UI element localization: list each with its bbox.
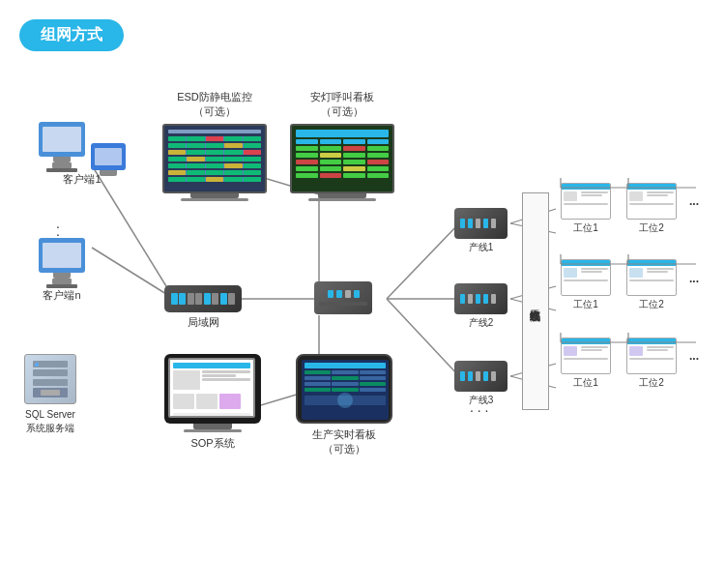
lan-label: 局域网: [164, 315, 242, 330]
sop-label: SOP系统: [164, 436, 261, 451]
switch-port: [195, 293, 202, 305]
ws-ellipsis3: ...: [689, 349, 699, 363]
andon-node: 安灯呼叫看板 （可选）: [290, 90, 394, 201]
prod-switch1: 产线1: [454, 208, 508, 254]
esd-node: ESD防静电监控 （可选）: [162, 90, 267, 201]
prod-switch2: 产线2: [454, 283, 508, 330]
switch-port: [228, 293, 235, 305]
lan-switch: 局域网: [164, 285, 242, 330]
clientn-monitor: [39, 238, 85, 288]
switch-port: [188, 293, 194, 305]
switch-port: [179, 293, 186, 305]
title-badge: 组网方式: [19, 19, 124, 51]
central-router: [314, 281, 372, 314]
diagram: 客户端1 · · · 客户端n: [19, 69, 706, 562]
esd-screen: [162, 124, 267, 193]
server-icon: [24, 354, 76, 404]
realtime-node: 生产实时看板 （可选）: [296, 354, 392, 457]
line-dots: · · ·: [470, 402, 488, 418]
server-label: SQL Server 系统服务端: [24, 408, 76, 435]
svg-line-9: [387, 223, 459, 299]
svg-line-1: [92, 248, 174, 299]
switch-port: [220, 293, 227, 305]
ws-ellipsis1: ...: [689, 194, 699, 208]
switch-port: [204, 293, 211, 305]
clientn-label: 客户端n: [39, 288, 85, 303]
switch-port: [171, 293, 178, 305]
andon-screen: [290, 124, 394, 193]
server-node: SQL Server 系统服务端: [24, 354, 76, 435]
ws1-label2: 工位1: [561, 298, 611, 311]
andon-label: 安灯呼叫看板 （可选）: [290, 90, 394, 120]
ws1-label: 工位1: [561, 221, 611, 235]
ws2-label3: 工位2: [626, 376, 677, 390]
ws2-label2: 工位2: [626, 298, 677, 311]
client1-node: 客户端1: [39, 122, 126, 187]
page-container: 组网方式: [0, 0, 725, 588]
svg-line-11: [387, 299, 459, 376]
ws-ellipsis2: ...: [689, 272, 699, 285]
ws1-label3: 工位1: [561, 376, 611, 390]
realtime-label: 生产实时看板 （可选）: [296, 427, 392, 457]
line1-label: 产线1: [454, 241, 508, 254]
line2-label: 产线2: [454, 316, 508, 330]
bracket: 有线或无线连接终端: [522, 192, 549, 410]
prod-switch3: 产线3: [454, 361, 508, 407]
client1-monitor: [39, 122, 85, 172]
esd-label: ESD防静电监控 （可选）: [162, 90, 267, 120]
clientn-node: 客户端n: [39, 238, 85, 303]
ws2-label: 工位2: [626, 221, 677, 235]
switch-port: [212, 293, 218, 305]
sop-node: SOP系统: [164, 354, 261, 451]
